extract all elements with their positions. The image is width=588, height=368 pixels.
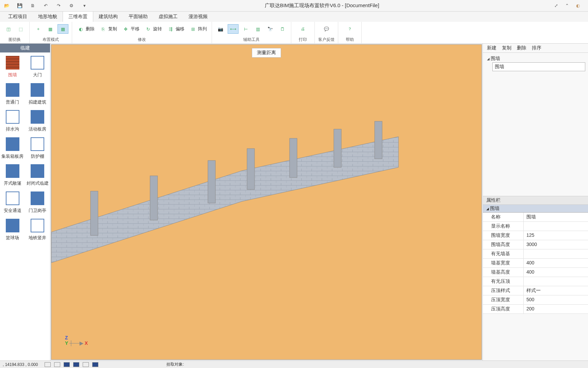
delete-button[interactable]: ◐删除 xyxy=(76,25,96,33)
prop-key: 墙基宽度 xyxy=(483,259,524,267)
tab-planar[interactable]: 平面辅助 xyxy=(123,12,153,22)
status-coords: , 14194.833 , 0.000 xyxy=(3,362,38,367)
tab-virtual[interactable]: 虚拟施工 xyxy=(153,12,183,22)
prop-key: 压顶样式 xyxy=(483,286,524,295)
palette-item-open[interactable]: 开式敞篷 xyxy=(0,161,25,188)
mode-grid-button[interactable]: ▦ xyxy=(45,25,55,33)
save-icon[interactable]: 💾 xyxy=(16,2,23,9)
drain-icon xyxy=(6,110,19,124)
saveas-icon[interactable]: 🗎 xyxy=(29,2,36,9)
rp-sort-button[interactable]: 排序 xyxy=(532,45,541,51)
prop-row[interactable]: 有无压顶 xyxy=(483,277,588,286)
rp-delete-button[interactable]: 删除 xyxy=(517,45,526,51)
move-button[interactable]: ✥平移 xyxy=(120,25,141,33)
prop-value[interactable] xyxy=(524,277,588,286)
prop-row[interactable]: 围墙高度3000 xyxy=(483,240,588,249)
chart-button[interactable]: ▥ xyxy=(253,25,263,33)
redo-icon[interactable]: ↷ xyxy=(55,2,62,9)
prop-row[interactable]: 压顶高度200 xyxy=(483,305,588,314)
palette-item-shaft[interactable]: 地铁竖井 xyxy=(25,215,50,243)
prop-row[interactable]: 墙基宽度400 xyxy=(483,259,588,268)
palette-item-prefab[interactable]: 活动板房 xyxy=(25,107,50,134)
ribbon-group-modify: ◐删除 ⎘复制 ✥平移 ↻旋转 ⇶偏移 ⊞阵列 修改 xyxy=(72,22,212,43)
status-pick: 拾取对象: xyxy=(166,362,184,367)
mode-point-button[interactable]: ＋ xyxy=(33,25,43,33)
right-panel: 新建 复制 删除 排序 围墙 围墙 属性栏 围墙 名称围墙显示名称围墙宽度125… xyxy=(483,44,588,361)
extra-toggle-icon[interactable] xyxy=(83,362,89,367)
tab-project[interactable]: 工程项目 xyxy=(3,12,33,22)
palette-item-drain[interactable]: 排水沟 xyxy=(0,107,25,134)
tree-selected[interactable]: 围墙 xyxy=(492,62,585,71)
view-cube-button[interactable]: ◫ xyxy=(3,25,14,33)
find-button[interactable]: 🔭 xyxy=(265,25,275,33)
camera-button[interactable]: 📷 xyxy=(215,25,226,33)
measure-button[interactable]: ⟷ xyxy=(228,24,239,34)
prop-value[interactable]: 围墙 xyxy=(524,213,588,221)
array-button[interactable]: ⊞阵列 xyxy=(188,25,208,33)
dropdown-icon[interactable]: ▾ xyxy=(81,2,88,9)
prop-value[interactable] xyxy=(524,222,588,231)
prop-row[interactable]: 压顶宽度500 xyxy=(483,295,588,305)
ruler-button[interactable]: ⊢ xyxy=(241,25,251,33)
tab-3dlayout[interactable]: 三维布置 xyxy=(63,11,93,22)
dim-toggle-icon[interactable] xyxy=(92,362,98,367)
prop-value[interactable]: 3000 xyxy=(524,240,588,249)
copy-button[interactable]: ⎘复制 xyxy=(98,25,118,33)
note-button[interactable]: 🗒 xyxy=(277,25,288,33)
osnap-toggle-icon[interactable] xyxy=(73,362,79,367)
prop-row[interactable]: 显示名称 xyxy=(483,222,588,231)
rp-new-button[interactable]: 新建 xyxy=(487,45,496,51)
expand-icon[interactable]: ⌃ xyxy=(564,2,570,9)
props-group[interactable]: 围墙 xyxy=(483,205,588,213)
guard-icon xyxy=(31,191,44,205)
help-button[interactable]: ？ xyxy=(342,24,358,34)
view-cube2-button[interactable]: ⬚ xyxy=(16,25,26,33)
open-icon[interactable]: 📂 xyxy=(3,2,10,9)
app-title: 广联达BIM施工现场布置软件V6.0 - [DocumentFile] xyxy=(91,2,553,9)
prop-row[interactable]: 围墙宽度125 xyxy=(483,231,588,240)
prop-value[interactable]: 400 xyxy=(524,268,588,277)
rotate-button[interactable]: ↻旋转 xyxy=(143,25,163,33)
tab-structure[interactable]: 建筑结构 xyxy=(93,12,123,22)
tab-roam[interactable]: 漫游视频 xyxy=(183,12,213,22)
palette-item-court[interactable]: 篮球场 xyxy=(0,215,25,243)
prop-value[interactable]: 400 xyxy=(524,259,588,267)
prop-value[interactable]: 500 xyxy=(524,295,588,304)
mode-gridsel-button[interactable]: ▩ xyxy=(58,24,68,34)
undo-icon[interactable]: ↶ xyxy=(42,2,49,9)
palette-item-closed[interactable]: 封闭式临建 xyxy=(25,161,50,188)
wall-model xyxy=(51,45,481,359)
collapse-icon[interactable]: ⤢ xyxy=(553,2,559,9)
ortho-toggle-icon[interactable] xyxy=(64,362,70,367)
feedback-button[interactable]: 💬 xyxy=(318,24,334,34)
palette-item-passage[interactable]: 安全通道 xyxy=(0,188,25,215)
prop-row[interactable]: 墙基高度400 xyxy=(483,268,588,277)
snap-toggle-icon[interactable] xyxy=(54,362,60,367)
palette-item-container[interactable]: 集装箱板房 xyxy=(0,134,25,161)
tree-root[interactable]: 围墙 xyxy=(486,55,585,62)
rp-copy-button[interactable]: 复制 xyxy=(502,45,511,51)
prop-value[interactable]: 样式一 xyxy=(524,286,588,295)
3d-viewport[interactable]: 测量距离 Z Y ┼──▶ X xyxy=(51,44,482,360)
svg-rect-8 xyxy=(247,149,255,189)
property-grid: 围墙 名称围墙显示名称围墙宽度125围墙高度3000有无墙基墙基宽度400墙基高… xyxy=(483,205,588,361)
palette-item-shed[interactable]: 防护棚 xyxy=(25,134,50,161)
palette-item-gate[interactable]: 大门 xyxy=(25,52,50,80)
palette-item-guard[interactable]: 门卫岗亭 xyxy=(25,188,50,215)
palette-item-building[interactable]: 拟建建筑 xyxy=(25,80,50,107)
palette-item-brick[interactable]: 围墙 xyxy=(0,52,25,80)
prop-value[interactable]: 125 xyxy=(524,231,588,240)
grid-toggle-icon[interactable] xyxy=(45,362,51,367)
prop-value[interactable] xyxy=(524,249,588,258)
print-button[interactable]: 🖨 xyxy=(295,24,311,34)
tab-terrain[interactable]: 地形地貌 xyxy=(33,12,63,22)
offset-button[interactable]: ⇶偏移 xyxy=(165,25,186,33)
palette-item-door[interactable]: 普通门 xyxy=(0,80,25,107)
prop-row[interactable]: 压顶样式样式一 xyxy=(483,286,588,295)
component-palette: 临建 围墙大门普通门拟建建筑排水沟活动板房集装箱板房防护棚开式敞篷封闭式临建安全… xyxy=(0,44,50,361)
prop-row[interactable]: 有无墙基 xyxy=(483,249,588,259)
print-icon: 🖨 xyxy=(298,24,308,34)
prop-value[interactable]: 200 xyxy=(524,305,588,313)
prop-row[interactable]: 名称围墙 xyxy=(483,213,588,222)
settings-icon[interactable]: ⚙ xyxy=(68,2,75,9)
